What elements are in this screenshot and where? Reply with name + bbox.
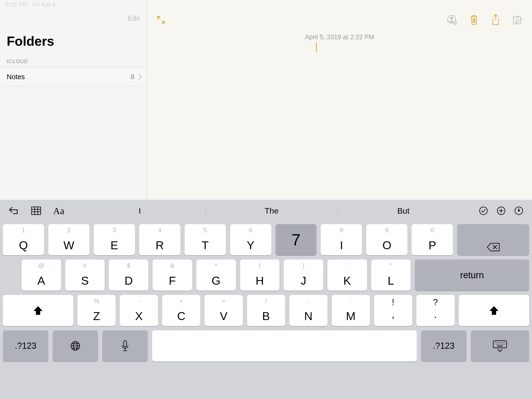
edit-button[interactable]: Edit	[128, 14, 140, 22]
key-p[interactable]: 0P	[412, 224, 453, 255]
key-y[interactable]: 6Y	[230, 224, 271, 255]
key-dismiss-keyboard[interactable]	[471, 330, 529, 361]
suggestion-2[interactable]: The	[206, 206, 337, 215]
key-a[interactable]: @A	[22, 260, 61, 291]
key-q[interactable]: 1Q	[3, 224, 44, 255]
key-b[interactable]: /B	[247, 295, 285, 326]
key-symbols-right[interactable]: .?123	[421, 330, 466, 361]
svg-point-21	[502, 344, 502, 344]
collaborate-icon[interactable]	[447, 15, 457, 25]
compose-icon[interactable]	[512, 15, 522, 25]
key-,[interactable]: !,	[374, 295, 412, 326]
table-icon[interactable]	[31, 206, 41, 215]
checklist-icon[interactable]	[479, 206, 488, 215]
section-header-icloud: ICLOUD	[0, 51, 147, 67]
key-k[interactable]: 'K	[328, 260, 367, 291]
key-.[interactable]: ?.	[417, 295, 455, 326]
key-backspace[interactable]	[457, 224, 529, 255]
suggestions: I The But	[74, 200, 469, 222]
key-w[interactable]: 2W	[48, 224, 89, 255]
svg-point-22	[504, 344, 504, 344]
key-space[interactable]	[152, 330, 417, 361]
svg-rect-4	[32, 207, 41, 215]
folder-row-notes[interactable]: Notes 8	[0, 67, 147, 86]
key-f[interactable]: &F	[153, 260, 192, 291]
expand-icon[interactable]	[157, 16, 165, 24]
share-icon[interactable]	[491, 14, 500, 25]
globe-icon	[70, 341, 81, 351]
key-l[interactable]: "L	[371, 260, 411, 291]
key-r[interactable]: 4R	[139, 224, 180, 255]
note-toolbar	[147, 12, 532, 28]
key-n[interactable]: ;N	[289, 295, 328, 326]
svg-point-16	[503, 342, 503, 343]
key-shift-right[interactable]	[459, 295, 529, 326]
format-icon[interactable]: Aa	[53, 205, 64, 216]
chevron-right-icon	[138, 74, 142, 80]
note-content[interactable]: April 5, 2019 at 2:22 PM	[147, 0, 532, 200]
svg-point-17	[505, 342, 505, 343]
svg-point-5	[480, 207, 487, 215]
key-o[interactable]: 9O	[366, 224, 407, 255]
mic-icon	[121, 340, 129, 352]
folder-count: 8	[131, 73, 134, 81]
key-v[interactable]: =V	[204, 295, 243, 326]
key-c[interactable]: +C	[162, 295, 200, 326]
shift-icon	[488, 305, 500, 316]
backspace-icon	[486, 242, 500, 252]
undo-icon[interactable]	[9, 206, 19, 215]
svg-rect-23	[497, 346, 503, 346]
key-s[interactable]: #S	[65, 260, 105, 291]
svg-point-1	[450, 17, 453, 20]
key-return[interactable]: return	[415, 260, 529, 291]
shift-icon	[32, 305, 44, 316]
key-m[interactable]: :M	[332, 295, 370, 326]
svg-point-15	[501, 342, 501, 343]
add-attachment-icon[interactable]	[497, 206, 506, 215]
key-x[interactable]: -X	[120, 295, 158, 326]
page-title: Folders	[0, 29, 147, 51]
svg-point-12	[495, 342, 496, 343]
key-globe[interactable]	[53, 330, 98, 361]
key-symbols[interactable]: .?123	[3, 330, 48, 361]
key-z[interactable]: %Z	[77, 295, 115, 326]
svg-point-18	[496, 344, 497, 344]
key-j[interactable]: )J	[284, 260, 323, 291]
svg-rect-10	[124, 341, 127, 347]
suggestion-3[interactable]: But	[337, 206, 469, 215]
keyboard: Aa I The But 1Q2W3E4R5T6Y778I9O0P @A#S$D…	[0, 200, 532, 399]
trash-icon[interactable]	[469, 14, 479, 25]
markup-icon[interactable]	[514, 206, 523, 215]
key-t[interactable]: 5T	[185, 224, 226, 255]
suggestion-1[interactable]: I	[74, 206, 206, 215]
svg-point-13	[497, 342, 498, 343]
key-g[interactable]: *G	[196, 260, 236, 291]
svg-point-14	[499, 342, 500, 343]
key-h[interactable]: (H	[240, 260, 280, 291]
key-shift-left[interactable]	[3, 295, 73, 326]
svg-point-20	[500, 344, 500, 344]
keyboard-dismiss-icon	[492, 340, 508, 352]
key-i[interactable]: 8I	[321, 224, 362, 255]
key-7[interactable]: 77	[276, 224, 317, 255]
sidebar: Edit Folders ICLOUD Notes 8	[0, 0, 147, 200]
keyboard-toolbar: Aa I The But	[0, 200, 532, 222]
key-e[interactable]: 3E	[94, 224, 135, 255]
key-d[interactable]: $D	[109, 260, 148, 291]
key-dictate[interactable]	[102, 330, 148, 361]
text-cursor	[316, 43, 317, 52]
note-timestamp: April 5, 2019 at 2:22 PM	[147, 33, 532, 41]
svg-point-19	[498, 344, 499, 344]
folder-name: Notes	[7, 73, 25, 81]
